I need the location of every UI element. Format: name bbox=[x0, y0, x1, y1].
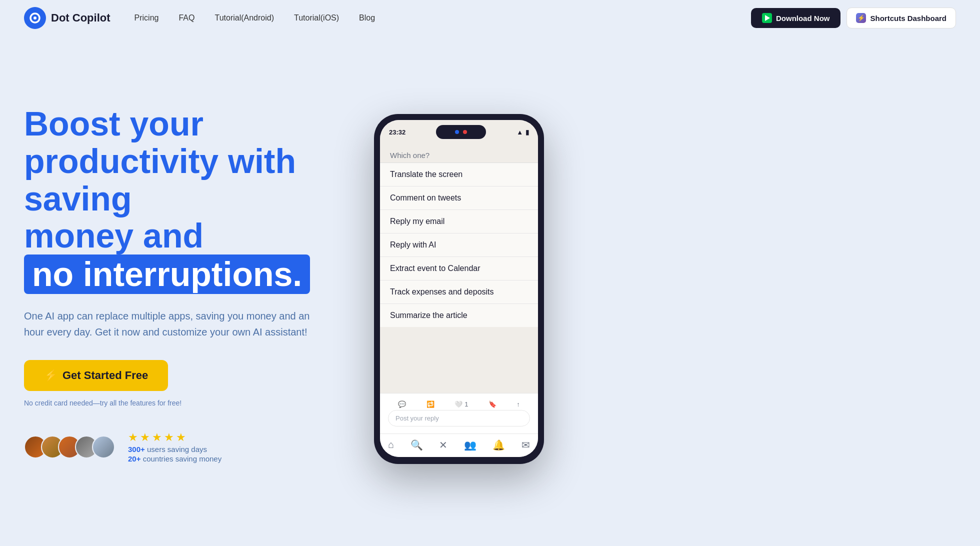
star-5: ★ bbox=[176, 431, 186, 444]
menu-item-comment[interactable]: Comment on tweets bbox=[380, 186, 538, 210]
cta-button[interactable]: ⚡ Get Started Free bbox=[24, 360, 168, 391]
comment-icon: 💬 bbox=[398, 400, 406, 408]
avatar bbox=[92, 436, 115, 458]
retweet-icon: 🔁 bbox=[426, 400, 434, 408]
stars-row: ★ ★ ★ ★ ★ bbox=[128, 431, 222, 444]
nav-actions: Download Now ⚡ Shortcuts Dashboard bbox=[751, 8, 956, 28]
nav-tutorial-ios[interactable]: Tutorial(iOS) bbox=[294, 14, 339, 22]
tweet-actions: 💬 🔁 🤍 1 🔖 ↑ bbox=[388, 398, 530, 410]
no-cc-text: No credit card needed—try all the featur… bbox=[24, 399, 354, 407]
tab-community-icon[interactable]: 👥 bbox=[464, 439, 476, 451]
menu-item-translate[interactable]: Translate the screen bbox=[380, 163, 538, 186]
hero-headline: Boost your productivity with saving mone… bbox=[24, 105, 354, 294]
shortcuts-icon: ⚡ bbox=[856, 13, 866, 23]
svg-point-2 bbox=[34, 16, 36, 20]
nav-faq[interactable]: FAQ bbox=[178, 14, 194, 22]
di-recording bbox=[463, 130, 467, 134]
navbar: Dot Copilot Pricing FAQ Tutorial(Android… bbox=[0, 0, 980, 36]
tab-home-icon[interactable]: ⌂ bbox=[388, 439, 394, 451]
tweet-comment[interactable]: 💬 bbox=[398, 400, 406, 408]
star-1: ★ bbox=[128, 431, 138, 444]
wifi-icon: ▲ bbox=[516, 128, 523, 136]
brand-name: Dot Copilot bbox=[51, 12, 110, 24]
stars-text: ★ ★ ★ ★ ★ 300+ users saving days 20+ cou… bbox=[128, 431, 222, 463]
shortcuts-button[interactable]: ⚡ Shortcuts Dashboard bbox=[846, 8, 956, 28]
status-time: 23:32 bbox=[389, 128, 406, 136]
status-icons: ▲ ▮ bbox=[516, 128, 529, 136]
users-proof: 300+ users saving days bbox=[128, 445, 222, 454]
star-2: ★ bbox=[140, 431, 150, 444]
bookmark-icon: 🔖 bbox=[488, 400, 496, 408]
star-3: ★ bbox=[152, 431, 162, 444]
phone-status-bar: 23:32 ▲ ▮ bbox=[380, 120, 538, 142]
tweet-retweet[interactable]: 🔁 bbox=[426, 400, 434, 408]
reply-box[interactable]: Post your reply bbox=[388, 410, 530, 426]
menu-header: Which one? bbox=[380, 146, 538, 162]
logo-link[interactable]: Dot Copilot bbox=[24, 7, 110, 29]
hero-highlight: no interruptions. bbox=[24, 254, 310, 294]
context-menu-area: Which one? Translate the screen Comment … bbox=[380, 142, 538, 393]
avatars bbox=[24, 436, 109, 458]
bolt-icon: ⚡ bbox=[44, 369, 58, 382]
star-4: ★ bbox=[164, 431, 174, 444]
nav-blog[interactable]: Blog bbox=[359, 14, 375, 22]
tab-messages-icon[interactable]: ✉ bbox=[522, 439, 530, 451]
tab-search-icon[interactable]: 🔍 bbox=[410, 439, 423, 451]
share-icon: ↑ bbox=[516, 400, 520, 408]
like-icon: 🤍 bbox=[454, 400, 462, 408]
nav-pricing[interactable]: Pricing bbox=[134, 14, 159, 22]
menu-item-extract-event[interactable]: Extract event to Calendar bbox=[380, 257, 538, 280]
menu-item-reply-ai[interactable]: Reply with AI bbox=[380, 234, 538, 257]
menu-item-track-expenses[interactable]: Track expenses and deposits bbox=[380, 280, 538, 304]
menu-item-reply-email[interactable]: Reply my email bbox=[380, 210, 538, 234]
hero-subtext: One AI app can replace multiple apps, sa… bbox=[24, 308, 314, 340]
menu-item-summarize[interactable]: Summarize the article bbox=[380, 304, 538, 327]
tweet-like[interactable]: 🤍 1 bbox=[454, 400, 468, 408]
nav-tutorial-android[interactable]: Tutorial(Android) bbox=[214, 14, 274, 22]
like-count: 1 bbox=[464, 400, 468, 408]
tab-bar: ⌂ 🔍 ✕ 👥 🔔 ✉ bbox=[380, 434, 538, 457]
phone-mockup: 23:32 ▲ ▮ Which one? Translate the scree… bbox=[374, 104, 544, 464]
tab-grok-icon[interactable]: ✕ bbox=[439, 439, 448, 451]
di-camera bbox=[455, 130, 459, 134]
tab-notification-icon[interactable]: 🔔 bbox=[492, 439, 505, 451]
twitter-bar: 💬 🔁 🤍 1 🔖 ↑ bbox=[380, 393, 538, 434]
social-proof: ★ ★ ★ ★ ★ 300+ users saving days 20+ cou… bbox=[24, 431, 354, 463]
play-store-icon bbox=[762, 13, 772, 23]
phone-outer: 23:32 ▲ ▮ Which one? Translate the scree… bbox=[374, 114, 544, 464]
logo-icon bbox=[24, 7, 46, 29]
tweet-bookmark[interactable]: 🔖 bbox=[488, 400, 496, 408]
nav-links: Pricing FAQ Tutorial(Android) Tutorial(i… bbox=[134, 14, 751, 22]
phone-inner: 23:32 ▲ ▮ Which one? Translate the scree… bbox=[380, 120, 538, 457]
tweet-share[interactable]: ↑ bbox=[516, 400, 520, 408]
hero-content: Boost your productivity with saving mone… bbox=[24, 105, 374, 463]
hero-section: Boost your productivity with saving mone… bbox=[0, 36, 980, 542]
download-button[interactable]: Download Now bbox=[751, 8, 841, 28]
countries-proof: 20+ countries saving money bbox=[128, 454, 222, 463]
battery-icon: ▮ bbox=[526, 128, 529, 136]
dynamic-island bbox=[436, 125, 486, 139]
